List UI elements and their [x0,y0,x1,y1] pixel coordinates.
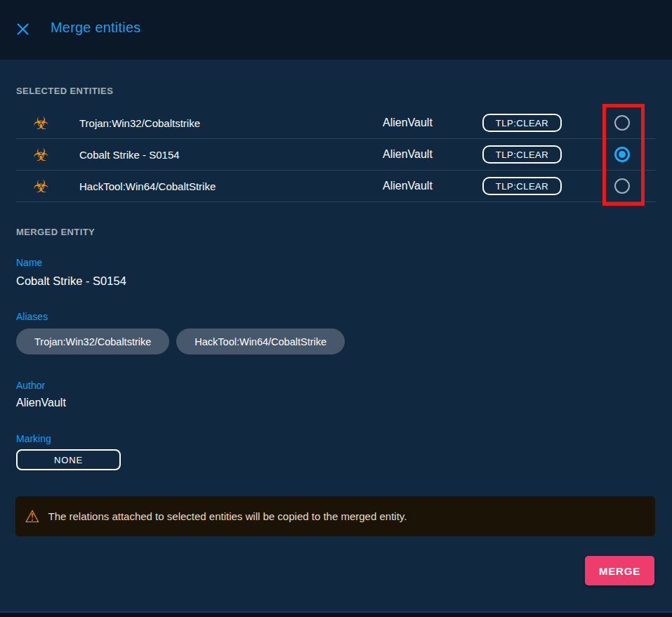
keep-entity-radio[interactable] [614,115,630,131]
tlp-marking-badge: TLP:CLEAR [482,177,562,195]
warning-text: The relations attached to selected entit… [48,510,407,522]
entity-author: AlienVault [383,148,433,161]
aliases-label: Aliases [16,311,48,322]
author-label: Author [16,380,45,391]
selected-entities-list: ☣ Trojan:Win32/Cobaltstrike AlienVault T… [16,107,655,202]
entity-name: HackTool:Win64/CobaltStrike [79,180,216,192]
biohazard-icon: ☣ [33,146,48,164]
aliases-chip-list: Trojan:Win32/Cobaltstrike HackTool:Win64… [16,329,345,354]
entity-author: AlienVault [383,117,433,129]
name-label: Name [16,257,42,268]
entity-name: Cobalt Strike - S0154 [79,149,180,161]
tlp-marking-badge: TLP:CLEAR [482,145,562,164]
keep-entity-radio[interactable] [614,178,630,194]
warning-triangle-icon: ⚠ [25,508,40,525]
alias-chip: HackTool:Win64/CobaltStrike [176,329,345,354]
merge-entities-dialog: Merge entities SELECTED ENTITIES ☣ Troja… [0,0,672,617]
tlp-marking-badge: TLP:CLEAR [482,114,562,132]
entity-row-hacktool-win64: ☣ HackTool:Win64/CobaltStrike AlienVault… [16,171,655,202]
entity-row-trojan-win32: ☣ Trojan:Win32/Cobaltstrike AlienVault T… [16,107,655,139]
close-x-glyph [16,22,29,36]
biohazard-icon: ☣ [33,114,48,132]
page-bottom-edge [0,611,672,617]
warning-banner: ⚠ The relations attached to selected ent… [15,496,655,536]
selected-entities-section-label: SELECTED ENTITIES [16,86,113,96]
close-icon[interactable] [14,20,31,37]
name-value: Cobalt Strike - S0154 [16,274,126,288]
biohazard-icon: ☣ [33,178,48,195]
merged-entity-section-label: MERGED ENTITY [16,227,95,237]
entity-author: AlienVault [383,180,433,192]
dialog-header: Merge entities [0,0,672,60]
dialog-title: Merge entities [51,20,140,36]
entity-row-cobalt-strike: ☣ Cobalt Strike - S0154 AlienVault TLP:C… [16,139,655,171]
keep-entity-radio-selected[interactable] [614,147,630,162]
author-value: AlienVault [16,397,66,409]
marking-none-chip: NONE [16,449,121,470]
alias-chip: Trojan:Win32/Cobaltstrike [16,329,169,354]
merge-button[interactable]: MERGE [585,556,654,585]
marking-label: Marking [16,433,51,444]
entity-name: Trojan:Win32/Cobaltstrike [79,117,200,129]
